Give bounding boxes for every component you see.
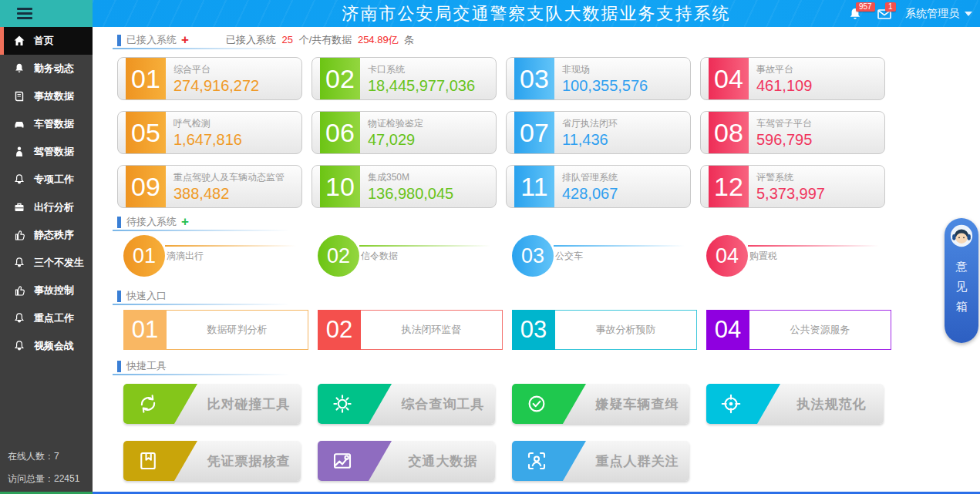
system-card-01[interactable]: 01 综合平台 274,916,272: [117, 57, 302, 100]
section-pending-systems-header: 待接入系统 +: [100, 215, 980, 229]
section-underline: [113, 304, 290, 305]
sidebar-item-label: 驾管数据: [34, 146, 89, 158]
book-icon: [13, 90, 25, 102]
card-number: 04: [714, 66, 743, 92]
summary-suffix: 条: [404, 34, 414, 45]
pending-system-02[interactable]: 02 信令数据: [318, 235, 503, 278]
section-bar: [117, 361, 121, 372]
sidebar-item-accident-control[interactable]: 事故控制: [0, 277, 93, 304]
entry-number: 04: [706, 310, 749, 350]
tool-traffic-bigdata[interactable]: 交通大数据: [318, 441, 495, 481]
circle-check-icon: [525, 392, 548, 415]
system-card-06[interactable]: 06 物证检验鉴定 47,029: [312, 111, 497, 154]
gear-icon: [331, 392, 354, 415]
system-name: 综合平台: [173, 63, 259, 76]
system-name: 集成350M: [368, 171, 453, 184]
tool-key-people-focus[interactable]: 重点人群关注: [512, 441, 689, 481]
bell-icon: [13, 257, 25, 269]
quick-entry-public-resources[interactable]: 04 公共资源服务: [706, 310, 891, 350]
sidebar-item-video-campaign[interactable]: 视频会战: [0, 332, 93, 360]
quick-tools-grid: 比对碰撞工具 综合查询工具 嫌疑车辆查缉: [123, 384, 980, 481]
person-icon: [13, 146, 25, 158]
card-number: 01: [131, 66, 160, 92]
tool-suspect-vehicle[interactable]: 嫌疑车辆查缉: [512, 384, 689, 424]
system-name: 重点驾驶人及车辆动态监管: [173, 171, 285, 184]
sidebar-item-label: 静态秩序: [34, 229, 89, 241]
add-pending-system-button[interactable]: +: [181, 217, 189, 227]
sidebar: 首页 勤务动态 事故数据 车管数据 驾管数据 专项工作 出行分析 静态秩序 三个…: [0, 27, 93, 492]
system-name: 车驾管子平台: [756, 117, 812, 130]
pending-system-04[interactable]: 04 购置税: [706, 235, 891, 278]
section-connected-systems-header: 已接入系统 + 已接入系统 25 个/共有数据 254.89亿 条: [100, 33, 980, 47]
system-value: 100,355,576: [562, 76, 648, 95]
visit-total: 访问总量：22451: [8, 472, 79, 486]
section-title: 快捷工具: [126, 359, 167, 373]
sidebar-item-driver-data[interactable]: 驾管数据: [0, 138, 93, 166]
sidebar-item-home[interactable]: 首页: [0, 27, 93, 55]
card-number: 02: [325, 66, 355, 92]
system-card-12[interactable]: 12 评警系统 5,373,997: [700, 165, 885, 208]
tool-integrated-query[interactable]: 综合查询工具: [318, 384, 495, 424]
system-card-10[interactable]: 10 集成350M 136,980,045: [312, 165, 497, 208]
card-number: 05: [131, 119, 160, 146]
suggestion-box-button[interactable]: 意 见 箱: [945, 218, 978, 343]
sidebar-item-duty-status[interactable]: 勤务动态: [0, 55, 93, 82]
sidebar-item-accident-data[interactable]: 事故数据: [0, 82, 93, 110]
sidebar-item-label: 事故控制: [34, 284, 89, 297]
system-card-11[interactable]: 11 排队管理系统 428,067: [506, 165, 691, 208]
entry-number: 01: [123, 310, 167, 350]
menu-toggle-button[interactable]: [0, 0, 93, 27]
notification-bell-button[interactable]: 957: [847, 5, 864, 22]
system-card-02[interactable]: 02 卡口系统 18,445,977,036: [312, 57, 497, 100]
tool-label: 凭证票据核查: [197, 441, 301, 481]
pending-system-name: 滴滴出行: [165, 250, 308, 263]
add-system-button[interactable]: +: [181, 35, 189, 45]
sidebar-item-special-work[interactable]: 专项工作: [0, 166, 93, 193]
header: 济南市公安局交通警察支队大数据业务支持系统 957 1 系统管理员: [0, 0, 980, 27]
system-value: 1,647,816: [173, 130, 242, 149]
section-quick-tools-header: 快捷工具: [100, 359, 980, 373]
pending-system-03[interactable]: 03 公交车: [512, 235, 697, 278]
sidebar-item-static-order[interactable]: 静态秩序: [0, 221, 93, 249]
system-name: 卡口系统: [368, 63, 475, 76]
person-focus-icon: [525, 449, 548, 472]
sidebar-item-key-work[interactable]: 重点工作: [0, 304, 93, 332]
mail-button[interactable]: 1: [876, 5, 893, 22]
entry-label: 公共资源服务: [749, 310, 891, 350]
system-card-03[interactable]: 03 非现场 100,355,576: [506, 57, 691, 100]
sidebar-item-travel-analysis[interactable]: 出行分析: [0, 193, 93, 221]
system-name: 呼气检测: [173, 117, 242, 130]
tool-compare-collision[interactable]: 比对碰撞工具: [123, 384, 301, 424]
card-number: 06: [325, 119, 355, 146]
system-value: 47,029: [368, 130, 423, 149]
pending-systems-row: 01 滴滴出行 02 信令数据 03 公交车 04 购置税: [123, 235, 980, 278]
pending-system-01[interactable]: 01 滴滴出行: [123, 235, 308, 278]
system-card-07[interactable]: 07 省厅执法闭环 11,436: [506, 111, 691, 154]
mail-badge: 1: [885, 2, 896, 12]
system-value: 461,109: [756, 76, 812, 95]
system-card-04[interactable]: 04 事故平台 461,109: [700, 57, 885, 100]
system-value: 5,373,997: [756, 184, 825, 203]
section-quick-entry-header: 快速入口: [100, 289, 980, 303]
sidebar-item-label: 事故数据: [34, 90, 89, 102]
system-value: 274,916,272: [173, 76, 259, 95]
user-menu[interactable]: 系统管理员: [905, 7, 972, 21]
quick-entry-data-analysis[interactable]: 01 数据研判分析: [123, 310, 308, 350]
quick-entry-accident-analysis[interactable]: 03 事故分析预防: [512, 310, 697, 350]
sidebar-item-three-no-occur[interactable]: 三个不发生: [0, 249, 93, 277]
briefcase-icon: [13, 201, 25, 213]
system-card-09[interactable]: 09 重点驾驶人及车辆动态监管 388,482: [117, 165, 302, 208]
online-count: 在线人数：7: [8, 450, 79, 463]
system-card-08[interactable]: 08 车驾管子平台 596,795: [700, 111, 885, 154]
system-card-05[interactable]: 05 呼气检测 1,647,816: [117, 111, 302, 154]
system-value: 11,436: [562, 130, 618, 149]
sidebar-item-vehicle-data[interactable]: 车管数据: [0, 110, 93, 138]
thumbs-up-icon: [13, 284, 25, 297]
tool-voucher-check[interactable]: 凭证票据核查: [123, 441, 301, 481]
sidebar-item-label: 视频会战: [34, 340, 89, 352]
summary-count: 25: [282, 34, 293, 45]
quick-entry-enforcement-loop[interactable]: 02 执法闭环监督: [318, 310, 503, 350]
entry-number: 02: [318, 310, 361, 350]
tool-law-standardization[interactable]: 执法规范化: [706, 384, 884, 424]
sidebar-item-label: 三个不发生: [34, 257, 89, 269]
